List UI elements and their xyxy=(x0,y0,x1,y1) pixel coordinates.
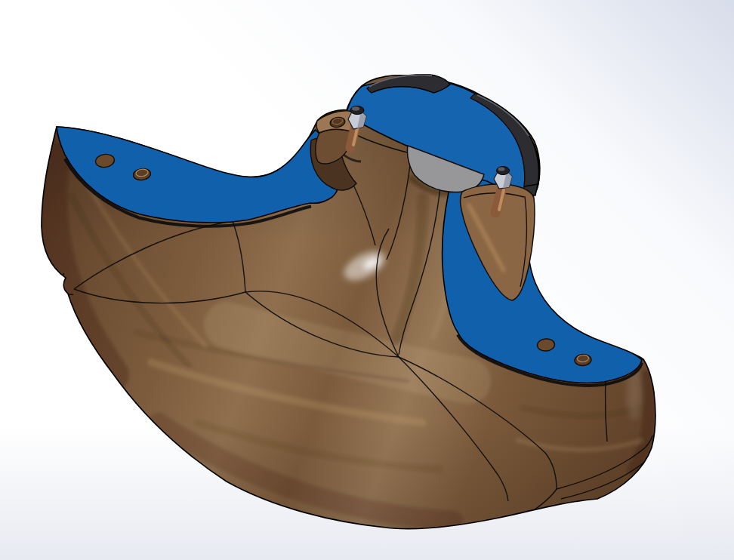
pin-left-cap-highlight xyxy=(352,106,359,111)
cad-viewport[interactable] xyxy=(0,0,734,560)
pin-right-cap-highlight xyxy=(498,167,505,171)
3d-model-render xyxy=(0,0,734,560)
